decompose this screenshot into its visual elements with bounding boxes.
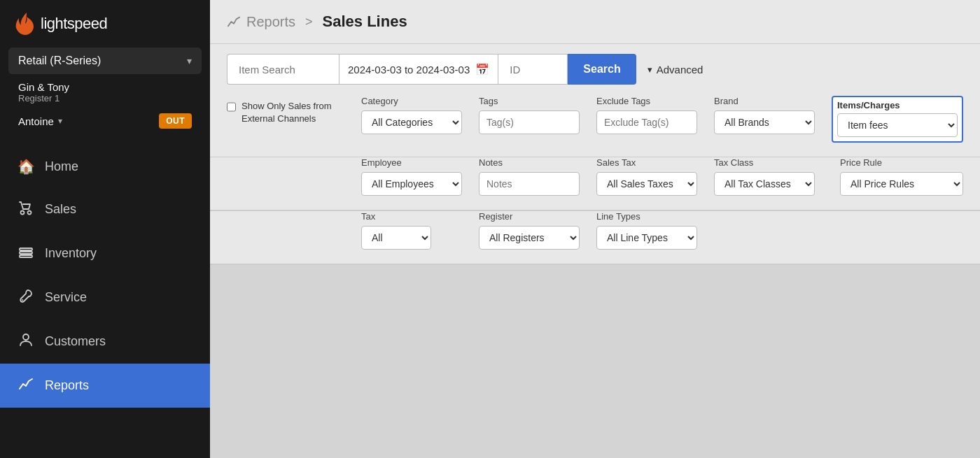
category-select[interactable]: All Categories: [361, 110, 462, 134]
lightspeed-logo-icon: [14, 13, 34, 35]
customers-icon: [17, 332, 35, 351]
sidebar-item-reports-label: Reports: [45, 378, 89, 393]
svg-point-5: [22, 299, 23, 301]
calendar-icon: 📅: [475, 63, 489, 76]
notes-group: Notes: [470, 157, 588, 196]
advanced-button[interactable]: ▾ Advanced: [636, 54, 715, 85]
breadcrumb-reports-icon: [227, 15, 241, 29]
show-only-label: Show Only Sales from External Channels: [241, 100, 353, 125]
breadcrumb-separator: >: [305, 15, 313, 29]
breadcrumb-parent[interactable]: Reports: [246, 14, 295, 30]
svg-rect-3: [20, 252, 32, 254]
employee-label: Employee: [361, 157, 462, 168]
sidebar-item-reports[interactable]: Reports: [0, 364, 210, 408]
sales-icon: [17, 200, 35, 219]
employee-group: Employee All Employees: [353, 157, 470, 196]
service-icon: [17, 288, 35, 307]
category-label: Category: [361, 96, 462, 106]
register-label: Register: [479, 211, 580, 222]
notes-input[interactable]: [479, 172, 580, 196]
breadcrumb: Reports: [227, 14, 295, 30]
topbar: Reports > Sales Lines: [210, 0, 980, 44]
line-types-label: Line Types: [596, 211, 697, 222]
store-chevron-icon: ▾: [187, 55, 192, 66]
price-rule-select[interactable]: All Price Rules: [840, 172, 963, 196]
sidebar-item-service-label: Service: [45, 290, 87, 305]
filters-panel: Show Only Sales from External Channels C…: [210, 85, 980, 157]
sidebar-item-home[interactable]: 🏠 Home: [0, 145, 210, 187]
breadcrumb-current: Sales Lines: [323, 13, 407, 31]
sidebar-item-service[interactable]: Service: [0, 275, 210, 320]
user-chevron-icon: ▾: [58, 116, 62, 126]
svg-rect-2: [20, 248, 32, 250]
category-group: Category All Categories: [353, 96, 470, 143]
user-status-badge: OUT: [159, 113, 192, 129]
tax-class-group: Tax Class All Tax Classes: [706, 157, 823, 196]
price-rule-group: Price Rule All Price Rules: [823, 157, 963, 196]
id-input[interactable]: [498, 54, 568, 85]
sidebar: lightspeed Retail (R-Series) ▾ Gin & Ton…: [0, 0, 210, 458]
filters-row2: Employee All Employees Notes Sales Tax A…: [210, 157, 980, 211]
inventory-icon: [17, 244, 35, 263]
sales-tax-label: Sales Tax: [596, 157, 697, 168]
items-charges-label: Items/Charges: [837, 100, 958, 110]
register-group: Register All Registers: [470, 211, 588, 250]
exclude-tags-input[interactable]: [596, 110, 697, 134]
tags-group: Tags: [470, 96, 588, 143]
line-types-group: Line Types All Line Types: [588, 211, 706, 250]
brand-group: Brand All Brands: [706, 96, 823, 143]
exclude-tags-group: Exclude Tags: [588, 96, 706, 143]
tags-label: Tags: [479, 96, 580, 106]
user-row: Antoine ▾ OUT: [8, 108, 202, 138]
reports-icon: [17, 376, 35, 395]
items-charges-select[interactable]: Item fees: [837, 113, 958, 137]
advanced-chevron-icon: ▾: [648, 64, 652, 75]
tax-class-label: Tax Class: [714, 157, 815, 168]
show-only-checkbox[interactable]: [227, 101, 236, 113]
sidebar-item-inventory-label: Inventory: [45, 246, 97, 261]
brand-select[interactable]: All Brands: [714, 110, 815, 134]
sidebar-item-customers[interactable]: Customers: [0, 320, 210, 364]
main-content: Reports > Sales Lines 2024-03-03 to 2024…: [210, 0, 980, 458]
items-charges-group: Items/Charges Item fees: [823, 96, 963, 143]
brand-label: Brand: [714, 96, 815, 106]
store-selector[interactable]: Retail (R-Series) ▾: [8, 48, 202, 74]
register-name: Gin & Tony: [18, 81, 192, 93]
line-types-select[interactable]: All Line Types: [596, 226, 697, 250]
sales-tax-select[interactable]: All Sales Taxes: [596, 172, 697, 196]
sidebar-item-home-label: Home: [45, 159, 78, 174]
register-select[interactable]: All Registers: [479, 226, 580, 250]
items-charges-box: Items/Charges Item fees: [832, 96, 963, 143]
tax-class-select[interactable]: All Tax Classes: [714, 172, 815, 196]
show-only-col: Show Only Sales from External Channels: [227, 96, 353, 143]
tax-select[interactable]: All: [361, 226, 431, 250]
sidebar-item-sales[interactable]: Sales: [0, 187, 210, 231]
nav-items: 🏠 Home Sales Inventory Service Custom: [0, 145, 210, 458]
logo-text: lightspeed: [41, 15, 107, 33]
svg-point-1: [28, 211, 31, 215]
sidebar-header: lightspeed: [0, 0, 210, 48]
main-area: [210, 265, 980, 458]
search-button[interactable]: Search: [568, 54, 636, 85]
search-bar: 2024-03-03 to 2024-03-03 📅 Search ▾ Adva…: [210, 44, 980, 85]
sidebar-item-customers-label: Customers: [45, 334, 106, 349]
tags-input[interactable]: [479, 110, 580, 134]
sales-tax-group: Sales Tax All Sales Taxes: [588, 157, 706, 196]
tax-label: Tax: [361, 211, 462, 222]
user-selector[interactable]: Antoine ▾: [18, 115, 62, 127]
price-rule-label: Price Rule: [832, 157, 963, 168]
store-name: Retail (R-Series): [18, 55, 101, 67]
user-name-label: Antoine: [18, 115, 54, 127]
svg-point-0: [21, 211, 24, 215]
register-info: Gin & Tony Register 1: [8, 74, 202, 108]
home-icon: 🏠: [17, 158, 35, 175]
svg-point-6: [23, 334, 29, 340]
svg-rect-4: [20, 255, 32, 257]
tax-group: Tax All: [353, 211, 470, 250]
notes-label: Notes: [479, 157, 580, 168]
employee-select[interactable]: All Employees: [361, 172, 462, 196]
exclude-tags-label: Exclude Tags: [596, 96, 697, 106]
sidebar-item-inventory[interactable]: Inventory: [0, 231, 210, 275]
item-search-input[interactable]: [227, 54, 339, 85]
date-range-input[interactable]: 2024-03-03 to 2024-03-03 📅: [339, 54, 498, 85]
